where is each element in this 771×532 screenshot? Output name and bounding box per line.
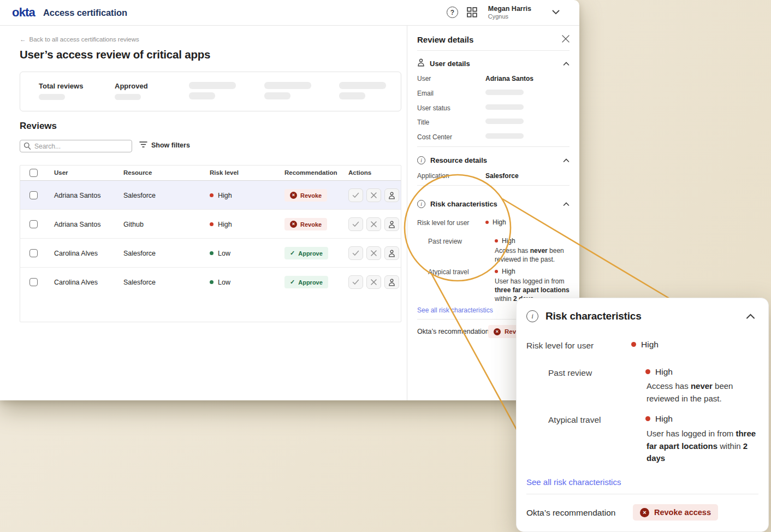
table-row[interactable]: Adriana Santos Github High ×Revoke [20, 210, 401, 239]
risk-item-label: Atypical travel [548, 415, 601, 425]
stat-label: Approved [115, 82, 148, 90]
help-icon[interactable]: ? [447, 7, 458, 18]
col-actions: Actions [348, 169, 371, 176]
cell-resource: Salesforce [123, 250, 156, 257]
chevron-down-icon[interactable] [552, 10, 560, 15]
reassign-button[interactable] [384, 275, 399, 289]
risk-item-description: User has logged in from three far apart … [647, 428, 758, 465]
back-link[interactable]: ←Back to all access certifications revie… [20, 36, 139, 43]
cell-resource: Salesforce [123, 192, 156, 199]
risk-high-dot-icon [645, 416, 650, 421]
stat-loading [339, 82, 386, 99]
info-icon: i [526, 310, 538, 322]
recommendation-badge: ×Revoke access [633, 504, 718, 521]
chevron-up-icon[interactable] [746, 314, 755, 320]
row-checkbox[interactable] [29, 220, 38, 228]
field-value: Salesforce [485, 172, 519, 180]
revoke-x-icon: × [290, 221, 297, 228]
recommendation-text: Approve [298, 250, 323, 257]
app-title: Access certification [43, 8, 127, 18]
field-value-skeleton [485, 119, 524, 124]
risk-level-text: High [655, 367, 673, 376]
close-icon[interactable] [562, 35, 570, 45]
app-bar: okta Access certification ? Megan Harris… [0, 0, 579, 26]
see-all-risk-link[interactable]: See all risk characteristics [417, 306, 493, 314]
risk-level-text: High [641, 340, 659, 349]
col-user: User [54, 169, 68, 176]
app-switcher-icon[interactable] [467, 7, 477, 17]
recommendation-label: Okta’s recommendation [526, 508, 615, 518]
stats-card: Total reviews Approved [20, 72, 401, 111]
approve-check-icon: ✓ [290, 250, 295, 257]
row-checkbox[interactable] [29, 191, 38, 199]
risk-level-value: High [631, 340, 659, 350]
select-all-checkbox[interactable] [29, 169, 38, 177]
approve-button[interactable] [348, 188, 363, 202]
cell-risk-level: High [210, 221, 232, 228]
approve-button[interactable] [348, 217, 363, 231]
back-link-label: Back to all access certifications review… [29, 36, 139, 43]
risk-level-text: High [493, 218, 506, 226]
search-input[interactable] [20, 140, 132, 152]
risk-low-dot-icon [210, 280, 213, 284]
col-resource: Resource [123, 169, 152, 176]
risk-high-dot-icon [210, 222, 213, 226]
risk-item-description: Access has never been reviewed in the pa… [495, 247, 571, 264]
main-pane: ←Back to all access certifications revie… [0, 26, 407, 400]
stat-label-skeleton [339, 82, 386, 89]
risk-level-text: Low [218, 279, 230, 286]
chevron-up-icon[interactable] [563, 202, 570, 206]
stat-label: Total reviews [39, 82, 83, 90]
risk-level-label: Risk level for user [417, 219, 469, 227]
risk-level-text: High [502, 237, 515, 245]
section-title: Resource details [430, 156, 487, 164]
revoke-button[interactable] [366, 275, 381, 289]
table-row[interactable]: Adriana Santos Salesforce High ×Revoke [20, 181, 401, 210]
okta-logo: okta [12, 5, 35, 20]
risk-item-level: High [645, 414, 673, 424]
see-all-risk-link[interactable]: See all risk characteristics [526, 477, 621, 487]
table-row[interactable]: Carolina Alves Salesforce Low ✓Approve [20, 239, 401, 268]
cell-user: Adriana Santos [54, 192, 100, 199]
revoke-button[interactable] [366, 217, 381, 231]
reassign-button[interactable] [384, 246, 399, 260]
person-icon [417, 58, 425, 69]
risk-high-dot-icon [485, 221, 489, 224]
chevron-up-icon[interactable] [563, 62, 570, 66]
user-name: Megan Harris [488, 5, 531, 13]
revoke-x-icon: × [640, 508, 649, 517]
stat-value-skeleton [339, 92, 365, 99]
risk-level-text: High [502, 268, 515, 275]
recommendation-label: Okta’s recommendation [417, 328, 489, 335]
risk-high-dot-icon [645, 369, 650, 374]
user-details-section-header: User details [417, 58, 570, 69]
row-checkbox[interactable] [29, 278, 38, 286]
approve-button[interactable] [348, 246, 363, 260]
field-label: Title [417, 119, 429, 126]
field-label: User [417, 75, 431, 82]
revoke-button[interactable] [366, 188, 381, 202]
field-label: User status [417, 104, 450, 112]
revoke-x-icon: × [290, 192, 297, 199]
chevron-up-icon[interactable] [563, 158, 570, 163]
table-header: User Resource Risk level Recommendation … [20, 165, 401, 181]
row-checkbox[interactable] [29, 249, 38, 257]
reassign-button[interactable] [384, 217, 399, 231]
revoke-button[interactable] [366, 246, 381, 260]
recommendation-text: Revoke access [654, 508, 711, 517]
table-row[interactable]: Carolina Alves Salesforce Low ✓Approve [20, 268, 401, 297]
stat-approved: Approved [115, 82, 148, 100]
col-recommendation: Recommendation [284, 169, 337, 176]
filter-icon [139, 141, 147, 150]
risk-level-text: High [655, 414, 673, 423]
resource-details-section-header: i Resource details [417, 156, 570, 164]
reassign-button[interactable] [384, 188, 399, 202]
approve-button[interactable] [348, 275, 363, 289]
col-risk-level: Risk level [210, 169, 239, 176]
show-filters-button[interactable]: Show filters [139, 141, 190, 150]
risk-level-label: Risk level for user [526, 341, 594, 351]
recommendation-text: Revoke [300, 221, 322, 228]
page-title: User’s access review of critical apps [20, 48, 210, 61]
user-menu[interactable]: Megan Harris Cygnus [488, 5, 531, 20]
cell-user: Adriana Santos [54, 221, 100, 228]
